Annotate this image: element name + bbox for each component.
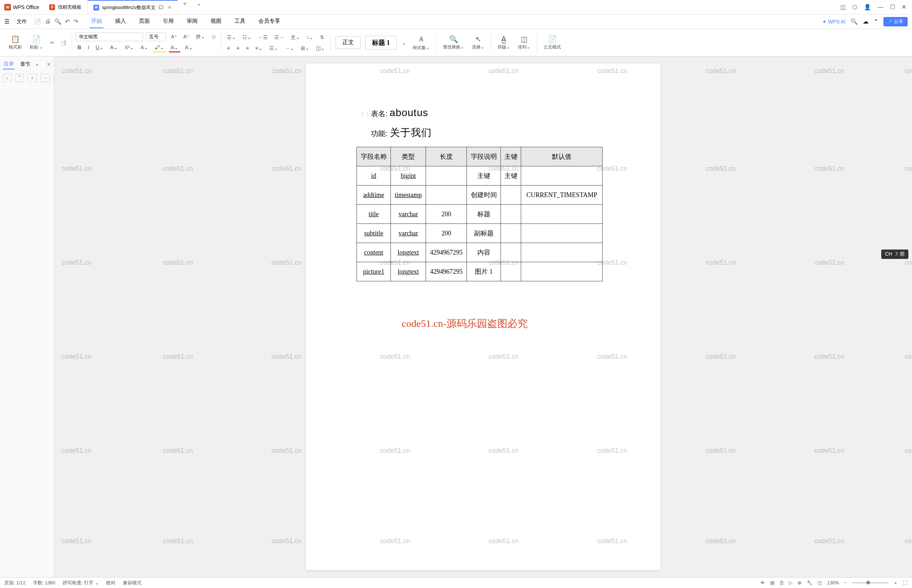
ime-indicator[interactable]: CH ☽ 简 (881, 250, 909, 259)
format-painter-icon[interactable]: 📋 (11, 35, 20, 44)
fullscreen-icon[interactable]: ⛶ (903, 580, 908, 585)
drag-handle-icon[interactable]: ⋮⋮ (360, 111, 370, 116)
style-set-icon[interactable]: Ａ (418, 34, 425, 44)
find-icon[interactable]: 🔍 (449, 35, 458, 44)
phonetic-icon[interactable]: 拼⌄ (194, 32, 207, 41)
style-more-icon[interactable]: ⌄ (400, 39, 408, 47)
sidebar-close-icon[interactable]: ✕ (47, 61, 51, 67)
maximize-button[interactable]: ☐ (890, 3, 895, 10)
share-button[interactable]: ↗ 分享 (883, 17, 908, 26)
increase-indent-icon[interactable]: ☰→ (272, 33, 286, 42)
add-icon[interactable]: ＋ (28, 74, 37, 82)
tab-references[interactable]: 引用 (161, 15, 175, 28)
document-mode-icon[interactable]: 📄 (548, 35, 557, 44)
style-normal[interactable]: 正文 (335, 36, 361, 49)
arrange-icon[interactable]: ◫ (521, 35, 528, 44)
preview-icon[interactable]: 🔍 (54, 18, 62, 25)
tab-home[interactable]: 开始 (90, 15, 104, 28)
remove-icon[interactable]: － (40, 74, 50, 82)
paste-icon[interactable]: 📄 (32, 35, 41, 44)
bold-button[interactable]: B (76, 44, 83, 52)
tab-document[interactable]: W springbootf8m2v数据库文 🖵 ✕ (87, 0, 178, 14)
compat-mode[interactable]: 兼容模式 (123, 580, 141, 586)
view-web-icon[interactable]: ▷ (789, 580, 792, 585)
document-area[interactable]: ⋮⋮ 表名: aboutus 功能: 关于我们 字段名称 类型 长度 字段说明 … (54, 57, 912, 577)
clear-format-icon[interactable]: ◇ (210, 32, 217, 41)
italic-button[interactable]: I (86, 44, 91, 52)
distribute-icon[interactable]: ☰⌄ (267, 44, 280, 52)
sort-icon[interactable]: ⇅ (318, 33, 326, 42)
collapse-ribbon-icon[interactable]: ⌃ (874, 18, 878, 25)
underline-button[interactable]: U⌄ (94, 44, 105, 52)
font-size-select[interactable] (146, 32, 166, 41)
tab-template[interactable]: D 找稻壳模板 (44, 0, 87, 14)
decrease-font-icon[interactable]: A⁻ (182, 32, 191, 41)
align-center-icon[interactable]: ≡ (235, 44, 241, 52)
menu-icon[interactable]: ☰ (4, 18, 10, 25)
font-name-select[interactable] (76, 32, 143, 41)
align-justify-icon[interactable]: ≡⌄ (254, 44, 264, 52)
view-tool-icon[interactable]: 🔧 (807, 580, 813, 585)
view-focus-icon[interactable]: ⊕ (798, 580, 802, 585)
multiwindow-icon[interactable]: ◫ (840, 3, 846, 10)
sidebar-tab-chapter[interactable]: 章节 (19, 60, 31, 69)
increase-font-icon[interactable]: A⁺ (169, 32, 178, 41)
cut-icon[interactable]: ✂ (48, 39, 56, 47)
word-count[interactable]: 字数: 1360 (33, 580, 55, 586)
cloud-icon[interactable]: ☁ (863, 18, 868, 25)
shading-button[interactable]: A⌄ (183, 44, 194, 52)
tab-insert[interactable]: 插入 (113, 15, 127, 28)
superscript-button[interactable]: X²⌄ (123, 44, 136, 52)
align-left-icon[interactable]: ≡ (225, 44, 232, 52)
text-effect-button[interactable]: A⌄ (139, 44, 150, 52)
border-icon[interactable]: ⊞⌄ (299, 44, 311, 52)
highlight-button[interactable]: 🖍⌄ (153, 44, 166, 52)
style-heading1[interactable]: 标题 1 (365, 36, 397, 50)
fill-icon[interactable]: ◫⌄ (314, 44, 327, 52)
tab-view[interactable]: 视图 (209, 15, 223, 28)
sidebar-tab-toc[interactable]: 目录 (3, 59, 15, 69)
zoom-level[interactable]: 130% (827, 580, 839, 585)
undo-icon[interactable]: ↶ (65, 18, 70, 25)
decrease-indent-icon[interactable]: ←☰ (256, 33, 270, 42)
file-menu[interactable]: 文件 (14, 17, 30, 26)
copy-icon[interactable]: 📑 (58, 39, 68, 47)
close-icon[interactable]: ✕ (168, 5, 172, 10)
sidebar-next-icon[interactable]: › (36, 61, 38, 67)
close-button[interactable]: ✕ (902, 3, 906, 10)
tab-icon[interactable]: →⌄ (283, 44, 296, 52)
view-print-icon[interactable]: ▤ (770, 580, 774, 585)
print-icon[interactable]: 🖨 (45, 18, 51, 25)
number-list-icon[interactable]: ☷⌄ (241, 33, 253, 42)
line-spacing-icon[interactable]: ↕⌄ (305, 33, 315, 42)
tab-menu-button[interactable]: ⌄ (192, 0, 206, 14)
page-indicator[interactable]: 页面: 1/12 (4, 580, 26, 586)
text-direction-icon[interactable]: 文⌄ (289, 33, 302, 42)
avatar-icon[interactable]: 👤 (864, 3, 871, 10)
cube-icon[interactable]: ⬡ (852, 3, 857, 10)
save-icon[interactable]: 📄 (34, 18, 41, 25)
proofread-status[interactable]: 校对 (106, 580, 115, 586)
select-icon[interactable]: ↖ (475, 35, 481, 44)
align-right-icon[interactable]: ≡ (244, 44, 250, 52)
bullet-list-icon[interactable]: ☰⌄ (225, 33, 238, 42)
tab-page[interactable]: 页面 (138, 15, 151, 28)
search-icon[interactable]: 🔍 (850, 18, 858, 25)
redo-icon[interactable]: ↷ (73, 18, 78, 25)
view-outline-icon[interactable]: ☰ (779, 580, 784, 585)
font-color-button[interactable]: A⌄ (169, 44, 180, 52)
wps-ai-button[interactable]: ✦ WPS AI (822, 19, 846, 24)
layout-icon[interactable]: A̲ (501, 35, 506, 44)
zoom-in-icon[interactable]: ＋ (893, 580, 898, 586)
zoom-out-icon[interactable]: − (844, 580, 847, 585)
collapse-icon[interactable]: ⌄ (3, 74, 11, 82)
tab-member[interactable]: 会员专享 (257, 15, 282, 28)
strike-button[interactable]: A̶⌄ (108, 44, 120, 52)
expand-icon[interactable]: ⌃ (15, 74, 24, 82)
tab-review[interactable]: 审阅 (185, 15, 199, 28)
view-panel-icon[interactable]: ◫ (818, 580, 822, 585)
spellcheck-status[interactable]: 拼写检查: 打开 ⌄ (63, 580, 99, 586)
minimize-button[interactable]: — (878, 4, 883, 10)
view-read-icon[interactable]: 👁 (760, 580, 765, 585)
tab-tools[interactable]: 工具 (233, 15, 247, 28)
